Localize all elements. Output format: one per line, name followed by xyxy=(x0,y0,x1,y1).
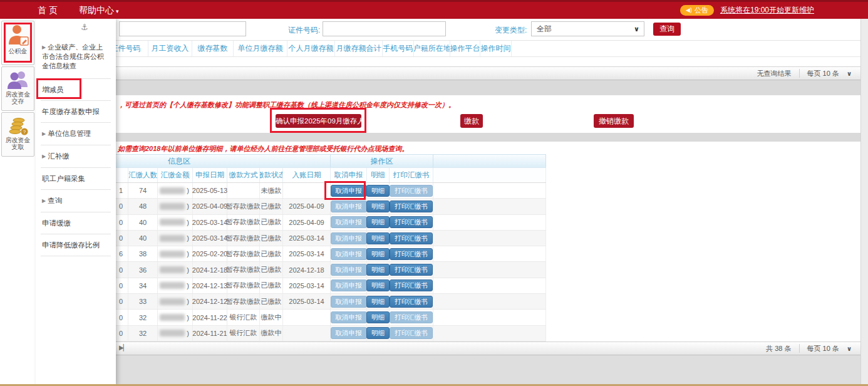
announcement-link[interactable]: 系统将在19:00开始更新维护 xyxy=(720,5,814,16)
detail-button[interactable]: 明细 xyxy=(366,311,390,323)
divider xyxy=(799,344,800,353)
last-page-icon[interactable]: ▶▏ xyxy=(119,344,127,351)
detail-button[interactable]: 明细 xyxy=(366,264,390,276)
anchor-pin-icon[interactable]: ⚓ xyxy=(81,23,88,32)
menu-item-label: 汇补缴 xyxy=(48,152,70,160)
column-header[interactable]: 缴款状态 xyxy=(260,168,283,182)
print-button[interactable]: 打印汇缴书 xyxy=(390,327,433,339)
table-cell xyxy=(433,310,546,325)
search-button[interactable]: 查询 xyxy=(653,23,681,36)
cancel-declare-button[interactable]: 取消申报 xyxy=(331,248,367,260)
print-button[interactable]: 打印汇缴书 xyxy=(390,201,433,212)
print-button[interactable]: 打印汇缴书 xyxy=(390,248,433,260)
confirm-declare-button[interactable]: 确认申报2025年09月缴存人员名单 xyxy=(276,114,361,128)
print-button[interactable]: 打印汇缴书 xyxy=(390,279,433,291)
nav-item-help[interactable]: 帮助中心▾ xyxy=(79,5,119,16)
menu-item-3[interactable]: ▶单位信息管理 xyxy=(41,123,111,145)
cancel-declare-button[interactable]: 取消申报 xyxy=(331,311,367,323)
menu-item-7[interactable]: 申请缓缴 xyxy=(41,212,111,234)
rail-item-fanggai-zhiqu[interactable]: ? 房改资金 支取 xyxy=(1,112,34,157)
table-cell: 2025-05-13 xyxy=(193,183,227,198)
menu-item-8[interactable]: 申请降低缴存比例 xyxy=(41,234,111,256)
filter-row: 证件号码: 变更类型: 全部 ∨ 查询 xyxy=(36,19,860,40)
menu-item-label: 单位信息管理 xyxy=(48,130,91,137)
announcement-badge: ◀)公告 xyxy=(680,5,714,16)
detail-button[interactable]: 明细 xyxy=(366,185,390,197)
print-button[interactable]: 打印汇缴书 xyxy=(390,296,433,308)
cancel-declare-button[interactable]: 取消申报 xyxy=(331,279,367,291)
menu-item-0[interactable]: ▶企业破产、企业上市合法合规住房公积金信息核查 xyxy=(41,38,111,79)
column-header[interactable]: 缴款方式 xyxy=(227,168,260,182)
amount-suffix: ) xyxy=(187,282,189,290)
column-header[interactable]: 月缴存额合计 xyxy=(335,41,383,56)
print-button[interactable]: 打印汇缴书 xyxy=(390,264,433,276)
table-cell: ) xyxy=(158,199,193,214)
cancel-declare-button[interactable]: 取消申报 xyxy=(331,185,367,197)
cancel-declare-button[interactable]: 取消申报 xyxy=(331,264,367,276)
chevron-down-icon[interactable]: ∨ xyxy=(847,70,852,77)
cancel-declare-button[interactable]: 取消申报 xyxy=(331,327,367,339)
cancel-declare-button[interactable]: 取消申报 xyxy=(331,232,367,244)
table-cell: 2025-03-14 xyxy=(283,278,331,293)
menu-item-label: 查询 xyxy=(48,197,62,204)
rail-item-fanggai-jiaocun[interactable]: 房改资金 交存 xyxy=(1,66,34,111)
column-header[interactable]: 操作平台 xyxy=(450,41,480,56)
amount-suffix: ) xyxy=(187,314,189,321)
column-header[interactable]: 个人月缴存额 xyxy=(287,41,335,56)
page-size-select[interactable]: 每页 10 条 xyxy=(807,69,839,78)
column-header[interactable]: 缴存基数 xyxy=(192,41,234,56)
column-header[interactable]: 手机号码 xyxy=(383,41,414,56)
pay-button[interactable]: 缴款 xyxy=(460,114,483,128)
column-header[interactable]: 操作时间 xyxy=(480,41,512,56)
cancel-declare-button[interactable]: 取消申报 xyxy=(331,296,367,308)
announcement-area: ◀)公告 系统将在19:00开始更新维护 xyxy=(680,2,814,19)
rail-item-gongjijin[interactable]: 公积金 xyxy=(1,21,34,65)
table-cell: 2024-11-21 xyxy=(193,326,227,341)
table-cell: 打印汇缴书 xyxy=(390,183,433,198)
scrollbar-track[interactable] xyxy=(860,19,868,386)
menu-item-1[interactable]: 增减员 xyxy=(41,79,111,101)
print-button[interactable]: 打印汇缴书 xyxy=(390,185,433,197)
detail-button[interactable]: 明细 xyxy=(366,232,390,244)
column-header[interactable]: 汇缴金额 xyxy=(158,168,193,182)
column-header[interactable]: 明细 xyxy=(367,168,390,182)
redacted-amount xyxy=(160,298,185,305)
menu-item-2[interactable]: 年度缴存基数申报 xyxy=(41,101,111,123)
cancel-declare-button[interactable]: 取消申报 xyxy=(331,216,367,228)
detail-button[interactable]: 明细 xyxy=(366,216,390,228)
cancel-declare-button[interactable]: 取消申报 xyxy=(331,201,367,212)
table-cell: 暂存款缴款 xyxy=(227,262,260,277)
cert-number-input[interactable] xyxy=(323,21,446,36)
notice-text-2: 如需查询2018年以前单位缴存明细，请单位经办人前往任意管理部或受托银行代办点现… xyxy=(118,144,408,154)
print-button[interactable]: 打印汇缴书 xyxy=(390,232,433,244)
table-cell: 明细 xyxy=(367,246,390,261)
change-type-select[interactable]: 全部 ∨ xyxy=(531,21,644,36)
search-input[interactable] xyxy=(119,21,246,36)
menu-item-4[interactable]: ▶汇补缴 xyxy=(41,145,111,168)
detail-button[interactable]: 明细 xyxy=(366,327,390,339)
table-cell: 已缴款 xyxy=(260,215,283,230)
print-button[interactable]: 打印汇缴书 xyxy=(390,311,433,323)
column-header[interactable]: 户籍所在地 xyxy=(414,41,450,56)
chevron-down-icon[interactable]: ∨ xyxy=(847,345,852,352)
cancel-pay-button[interactable]: 撤销缴款 xyxy=(594,114,634,128)
table-cell: 打印汇缴书 xyxy=(390,294,433,309)
column-header[interactable]: 申报日期 xyxy=(193,168,227,182)
column-header[interactable]: 取消申报 xyxy=(331,168,367,182)
page-size-select[interactable]: 每页 10 条 xyxy=(807,344,839,353)
menu-item-6[interactable]: ▶查询 xyxy=(41,190,111,212)
table-cell: 取消申报 xyxy=(331,215,367,230)
detail-button[interactable]: 明细 xyxy=(366,279,390,291)
detail-button[interactable]: 明细 xyxy=(366,296,390,308)
detail-button[interactable]: 明细 xyxy=(366,248,390,260)
column-header[interactable]: 打印汇缴书 xyxy=(390,168,433,182)
column-header[interactable]: 月工资收入 xyxy=(148,41,192,56)
detail-button[interactable]: 明细 xyxy=(366,201,390,212)
column-header[interactable]: 单位月缴存额 xyxy=(234,41,287,56)
print-button[interactable]: 打印汇缴书 xyxy=(390,216,433,228)
column-header[interactable]: 汇缴人数 xyxy=(128,168,158,182)
menu-item-5[interactable]: 职工户籍采集 xyxy=(41,168,111,190)
column-header[interactable]: 入账日期 xyxy=(283,168,331,182)
notice-section: 如需查询2018年以前单位缴存明细，请单位经办人前往任意管理部或受托银行代办点现… xyxy=(36,142,860,154)
nav-item-home[interactable]: 首 页 xyxy=(38,5,58,16)
